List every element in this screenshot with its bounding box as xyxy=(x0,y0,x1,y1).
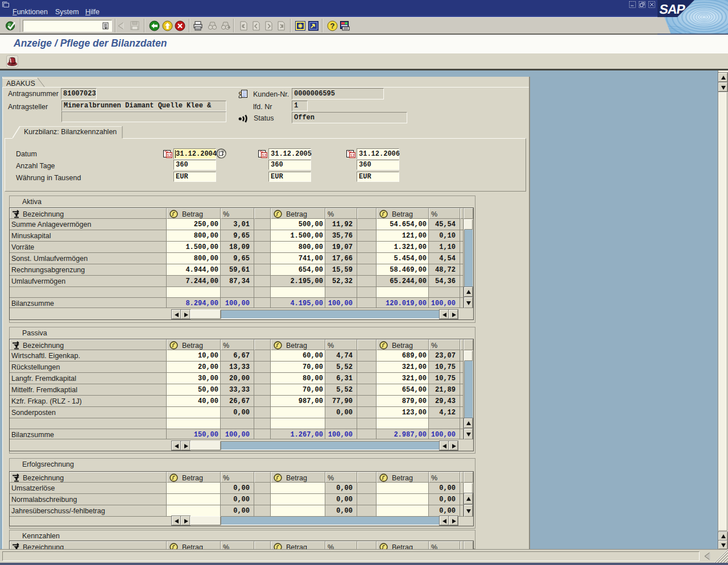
svg-text:SAP: SAP xyxy=(659,2,686,16)
svg-text:12: 12 xyxy=(350,153,355,157)
svg-text:?: ? xyxy=(330,22,335,30)
svg-text:12: 12 xyxy=(167,153,172,157)
svg-text:12: 12 xyxy=(262,153,267,157)
